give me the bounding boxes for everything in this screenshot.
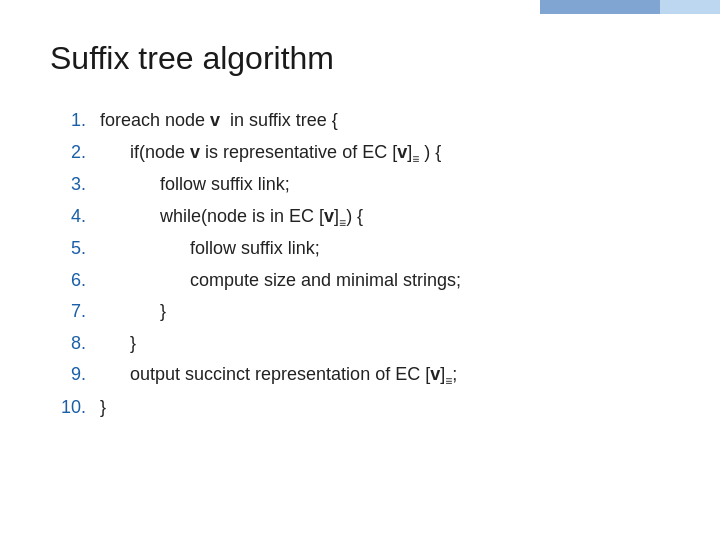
line-number-10: 10. <box>50 392 86 424</box>
algorithm-line-7: 7.} <box>50 296 670 328</box>
line-number-7: 7. <box>50 296 86 328</box>
line-number-1: 1. <box>50 105 86 137</box>
algorithm-line-5: 5.follow suffix link; <box>50 233 670 265</box>
algorithm-list: 1.foreach node v in suffix tree {2.if(no… <box>50 105 670 423</box>
algorithm-line-9: 9.output succinct representation of EC [… <box>50 359 670 392</box>
line-content-10: } <box>100 392 106 424</box>
line-number-9: 9. <box>50 359 86 391</box>
line-number-3: 3. <box>50 169 86 201</box>
algorithm-line-10: 10.} <box>50 392 670 424</box>
line-content-8: } <box>100 328 136 360</box>
line-content-4: while(node is in EC [v]≡) { <box>100 201 363 234</box>
line-number-4: 4. <box>50 201 86 233</box>
line-content-3: follow suffix link; <box>100 169 290 201</box>
line-number-6: 6. <box>50 265 86 297</box>
page-title: Suffix tree algorithm <box>50 40 670 77</box>
slide: Suffix tree algorithm 1.foreach node v i… <box>0 0 720 540</box>
algorithm-line-3: 3.follow suffix link; <box>50 169 670 201</box>
algorithm-line-8: 8.} <box>50 328 670 360</box>
deco-rect-blue <box>540 0 660 14</box>
line-content-2: if(node v is representative of EC [v]≡ )… <box>100 137 441 170</box>
line-number-2: 2. <box>50 137 86 169</box>
algorithm-line-6: 6.compute size and minimal strings; <box>50 265 670 297</box>
decoration-top <box>540 0 720 14</box>
algorithm-line-4: 4.while(node is in EC [v]≡) { <box>50 201 670 234</box>
line-number-5: 5. <box>50 233 86 265</box>
line-content-7: } <box>100 296 166 328</box>
line-content-6: compute size and minimal strings; <box>100 265 461 297</box>
algorithm-line-2: 2.if(node v is representative of EC [v]≡… <box>50 137 670 170</box>
line-number-8: 8. <box>50 328 86 360</box>
line-content-5: follow suffix link; <box>100 233 320 265</box>
line-content-9: output succinct representation of EC [v]… <box>100 359 457 392</box>
line-content-1: foreach node v in suffix tree { <box>100 105 338 137</box>
algorithm-line-1: 1.foreach node v in suffix tree { <box>50 105 670 137</box>
deco-rect-light <box>660 0 720 14</box>
